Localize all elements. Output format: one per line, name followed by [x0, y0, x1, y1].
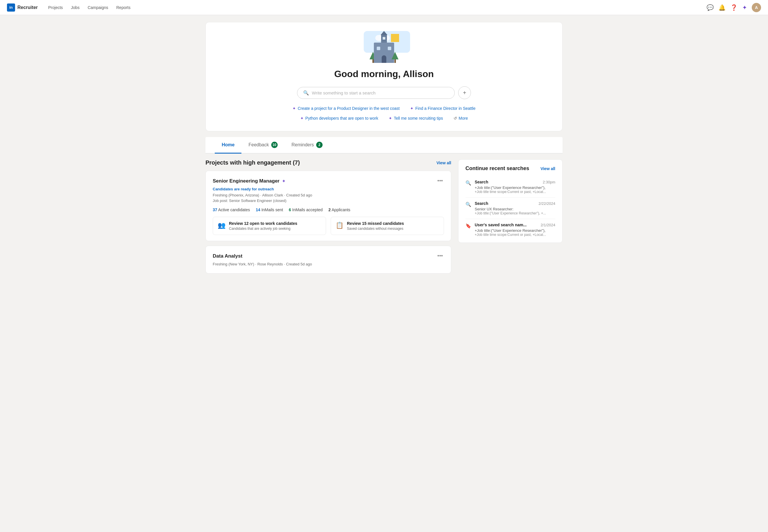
project-sparkle-icon: ✦ — [282, 179, 285, 183]
project-meta2: Job post: Senior Software Engineer (clos… — [213, 198, 444, 203]
stat-label: Active candidates — [218, 207, 250, 212]
action-text: Review 15 missed candidates Saved candid… — [347, 221, 404, 231]
avatar[interactable]: A — [752, 3, 761, 12]
nav-item-jobs[interactable]: Jobs — [68, 3, 83, 12]
project-meta1: Freshing (New York, NY) · Rose Reynolds … — [213, 262, 444, 266]
project-status: Candidates are ready for outreach — [213, 187, 444, 191]
search-item-content: Search2:30pm+Job title:("User Experience… — [475, 180, 555, 194]
suggestion-text: Find a Finance Director in Seattle — [415, 106, 476, 111]
bookmark-icon: 🔖 — [465, 223, 471, 229]
brand-name: Recruiter — [17, 5, 38, 10]
search-item-label: Search — [475, 180, 488, 184]
search-item-label: User's saved search nam... — [475, 223, 527, 227]
search-item-label: Search — [475, 201, 488, 206]
nav-item-projects[interactable]: Projects — [45, 3, 66, 12]
nav-item-campaigns[interactable]: Campaigns — [84, 3, 112, 12]
recent-searches-header: Continue recent searches View all — [465, 165, 555, 172]
project-card-header: Senior Engineering Manager✦••• — [213, 177, 444, 185]
recent-search-item[interactable]: 🔍Search2:30pm+Job title:("User Experienc… — [465, 176, 555, 198]
action-card[interactable]: 👥 Review 12 open to work candidates Cand… — [213, 217, 326, 235]
projects-view-all[interactable]: View all — [436, 161, 451, 165]
tab-home[interactable]: Home — [215, 137, 241, 154]
search-plus-button[interactable]: + — [458, 86, 471, 99]
action-title: Review 12 open to work candidates — [229, 221, 297, 226]
action-desc: Candidates that are actively job seeking — [229, 227, 297, 231]
projects-column: Projects with high engagement (7) View a… — [205, 159, 451, 278]
suggestion-chip-s3[interactable]: ✦Python developers that are open to work — [298, 115, 381, 122]
search-item-row1: User's saved search nam...2/1/2024 — [475, 223, 555, 227]
refresh-icon: ↺ — [454, 116, 457, 121]
suggestion-chip-s1[interactable]: ✦Create a project for a Product Designer… — [290, 105, 402, 112]
action-cards: 👥 Review 12 open to work candidates Cand… — [213, 217, 444, 235]
project-card: Data Analyst•••Freshing (New York, NY) ·… — [205, 246, 451, 274]
search-item-subdesc: +Job title time scope:Current or past, +… — [475, 190, 555, 194]
recent-searches-panel: Continue recent searches View all 🔍Searc… — [458, 159, 563, 243]
tab-badge: 2 — [316, 142, 323, 148]
action-desc: Saved candidates without messages — [347, 227, 404, 231]
project-card: Senior Engineering Manager✦•••Candidates… — [205, 171, 451, 241]
suggestion-text: Python developers that are open to work — [305, 116, 378, 121]
stat-number: 37 — [213, 207, 217, 212]
project-name[interactable]: Senior Engineering Manager✦ — [213, 178, 285, 184]
search-item-date: 2/22/2024 — [538, 201, 555, 206]
navbar-actions: 💬 🔔 ❓ ✦ A — [707, 3, 761, 12]
tabs-bar: HomeFeedback10Reminders2 — [205, 137, 563, 154]
search-item-content: Search2/22/2024Senior UX Researcher:+Job… — [475, 201, 555, 215]
projects-section-header: Projects with high engagement (7) View a… — [205, 159, 451, 166]
projects-list: Senior Engineering Manager✦•••Candidates… — [205, 171, 451, 274]
recent-search-item[interactable]: 🔍Search2/22/2024Senior UX Researcher:+Jo… — [465, 198, 555, 219]
suggestion-chip-s2[interactable]: ✦Find a Finance Director in Seattle — [408, 105, 478, 112]
tabs-section: HomeFeedback10Reminders2 — [205, 137, 563, 154]
recent-searches-title: Continue recent searches — [465, 165, 529, 172]
search-item-desc: +Job title:("User Experience Researcher"… — [475, 228, 555, 233]
stat-item: 6 InMails accepted — [289, 207, 323, 212]
project-more-button[interactable]: ••• — [436, 252, 444, 260]
stat-number: 6 — [289, 207, 291, 212]
action-card[interactable]: 📋 Review 15 missed candidates Saved cand… — [331, 217, 444, 235]
search-item-content: User's saved search nam...2/1/2024+Job t… — [475, 223, 555, 237]
suggestion-chip-s4[interactable]: ✦Tell me some recruiting tips — [386, 115, 445, 122]
message-icon[interactable]: 💬 — [707, 4, 714, 11]
project-more-button[interactable]: ••• — [436, 177, 444, 185]
stat-label: InMails sent — [261, 207, 283, 212]
stat-item: 2 Applicants — [328, 207, 350, 212]
project-meta1: Freshing (Phoenix, Arizona) · Allison Cl… — [213, 193, 444, 197]
logo[interactable]: in Recruiter — [7, 3, 38, 12]
search-bar[interactable]: 🔍 Write something to start a search — [297, 87, 455, 99]
ai-sparkle-icon[interactable]: ✦ — [742, 4, 747, 11]
action-title: Review 15 missed candidates — [347, 221, 404, 226]
recent-searches-column: Continue recent searches View all 🔍Searc… — [458, 159, 563, 278]
hero-illustration: 🕐 — [364, 34, 404, 63]
search-item-row1: Search2:30pm — [475, 180, 555, 184]
recent-searches-view-all[interactable]: View all — [540, 166, 555, 171]
suggestion-text: Tell me some recruiting tips — [394, 116, 443, 121]
suggestion-chip-s5[interactable]: ↺More — [451, 115, 470, 122]
search-icon: 🔍 — [303, 90, 309, 96]
action-text: Review 12 open to work candidates Candid… — [229, 221, 297, 231]
nav-item-reports[interactable]: Reports — [113, 3, 134, 12]
project-stats: 37 Active candidates14 InMails sent6 InM… — [213, 207, 444, 212]
linkedin-icon: in — [7, 3, 15, 12]
bell-icon[interactable]: 🔔 — [718, 4, 726, 11]
search-icon: 🔍 — [465, 202, 471, 207]
search-item-subdesc: +Job title:("User Experience Researcher"… — [475, 211, 555, 215]
sparkle-icon: ✦ — [292, 106, 296, 111]
search-item-date: 2:30pm — [543, 180, 555, 184]
search-bar-wrap: 🔍 Write something to start a search + — [297, 86, 471, 99]
suggestion-text: Create a project for a Product Designer … — [298, 106, 400, 111]
tab-label: Home — [222, 142, 234, 147]
search-item-desc: +Job title:("User Experience Researcher"… — [475, 185, 555, 190]
help-icon[interactable]: ❓ — [730, 4, 738, 11]
search-item-date: 2/1/2024 — [540, 223, 555, 227]
tab-reminders[interactable]: Reminders2 — [285, 137, 330, 154]
recent-search-item[interactable]: 🔖User's saved search nam...2/1/2024+Job … — [465, 219, 555, 237]
sparkle-icon: ✦ — [389, 116, 392, 121]
projects-title: Projects with high engagement (7) — [205, 159, 300, 166]
suggestions-list: ✦Create a project for a Product Designer… — [285, 105, 483, 122]
tab-feedback[interactable]: Feedback10 — [241, 137, 284, 154]
stat-label: Applicants — [332, 207, 350, 212]
sparkle-icon: ✦ — [300, 116, 304, 121]
main-nav: ProjectsJobsCampaignsReports — [45, 3, 134, 12]
project-name[interactable]: Data Analyst — [213, 253, 242, 259]
stat-number: 14 — [256, 207, 260, 212]
